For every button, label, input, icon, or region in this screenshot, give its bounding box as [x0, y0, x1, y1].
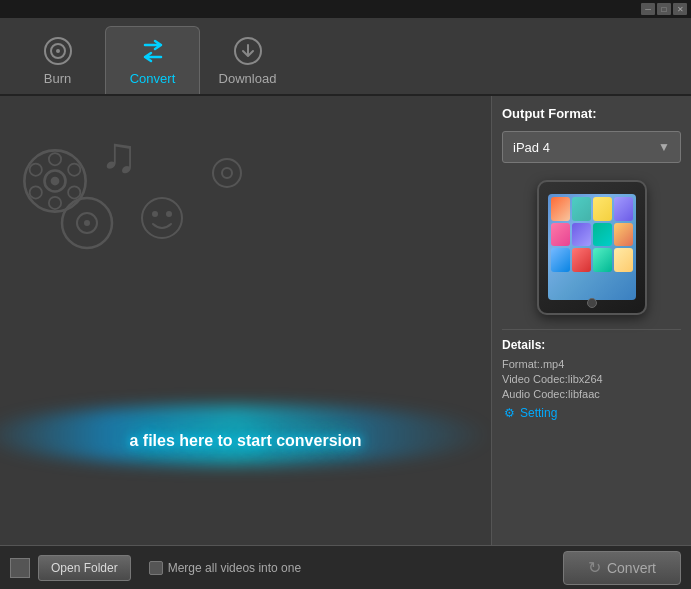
close-button[interactable]: ✕	[673, 3, 687, 15]
circle-icon	[210, 156, 245, 191]
svg-point-17	[152, 211, 158, 217]
drop-text: a files here to start conversion	[0, 432, 491, 450]
app-icon	[593, 223, 612, 247]
details-section: Details: Format:.mp4 Video Codec:libx264…	[502, 329, 681, 420]
format-dropdown-text: iPad 4	[513, 140, 550, 155]
svg-point-6	[51, 177, 60, 186]
minimize-button[interactable]: ─	[641, 3, 655, 15]
svg-point-7	[49, 153, 61, 165]
tab-download-label: Download	[219, 71, 277, 86]
format-dropdown[interactable]: iPad 4 ▼	[502, 131, 681, 163]
tab-burn-label: Burn	[44, 71, 71, 86]
video-codec-detail: Video Codec:libx264	[502, 373, 681, 385]
gear-icon: ⚙	[502, 406, 516, 420]
right-panel: Output Format: iPad 4 ▼	[491, 96, 691, 545]
format-detail: Format:.mp4	[502, 358, 681, 370]
bottom-bar: Open Folder Merge all videos into one ↻ …	[0, 545, 691, 589]
app-icon	[551, 248, 570, 272]
app-icon	[572, 248, 591, 272]
convert-button[interactable]: ↻ Convert	[563, 551, 681, 585]
device-image	[502, 177, 681, 317]
bg-decoration: ♫	[0, 96, 491, 545]
setting-label: Setting	[520, 406, 557, 420]
app-icon	[593, 248, 612, 272]
app-icon	[593, 197, 612, 221]
tab-burn[interactable]: Burn	[10, 26, 105, 94]
setting-link[interactable]: ⚙ Setting	[502, 406, 681, 420]
app-icon	[614, 223, 633, 247]
music-note-icon: ♫	[100, 126, 138, 184]
maximize-button[interactable]: □	[657, 3, 671, 15]
merge-checkbox[interactable]	[149, 561, 163, 575]
tab-download[interactable]: Download	[200, 26, 295, 94]
audio-codec-detail: Audio Codec:libfaac	[502, 388, 681, 400]
ipad-screen-content	[548, 194, 636, 300]
svg-point-18	[166, 211, 172, 217]
svg-point-2	[56, 49, 60, 53]
ipad-frame	[537, 180, 647, 315]
app-icon	[572, 197, 591, 221]
cd-icon	[60, 196, 115, 251]
folder-path-input[interactable]	[10, 558, 30, 578]
merge-label: Merge all videos into one	[168, 561, 301, 575]
title-bar: ─ □ ✕	[0, 0, 691, 18]
tab-convert[interactable]: Convert	[105, 26, 200, 94]
convert-icon	[137, 35, 169, 67]
svg-point-19	[213, 159, 241, 187]
app-icon	[572, 223, 591, 247]
tab-bar: Burn Convert Download	[0, 18, 691, 96]
convert-button-label: Convert	[607, 560, 656, 576]
output-format-label: Output Format:	[502, 106, 681, 121]
ipad-home-button	[587, 298, 597, 308]
main-content: ♫	[0, 96, 691, 545]
svg-point-11	[30, 186, 42, 198]
download-icon	[232, 35, 264, 67]
ipad-screen	[548, 194, 636, 300]
open-folder-button[interactable]: Open Folder	[38, 555, 131, 581]
svg-point-10	[68, 164, 80, 176]
details-label: Details:	[502, 338, 681, 352]
burn-icon	[42, 35, 74, 67]
tab-convert-label: Convert	[130, 71, 176, 86]
app-icon	[551, 197, 570, 221]
left-panel[interactable]: ♫	[0, 96, 491, 545]
app-icon	[614, 248, 633, 272]
app-icon	[614, 197, 633, 221]
convert-button-icon: ↻	[588, 558, 601, 577]
drop-zone[interactable]: ♫	[0, 96, 491, 545]
merge-checkbox-group: Merge all videos into one	[149, 561, 301, 575]
svg-point-9	[30, 164, 42, 176]
svg-point-15	[84, 220, 90, 226]
svg-point-20	[222, 168, 232, 178]
chevron-down-icon: ▼	[658, 140, 670, 154]
face-icon	[140, 196, 185, 241]
svg-point-16	[142, 198, 182, 238]
app-icon	[551, 223, 570, 247]
